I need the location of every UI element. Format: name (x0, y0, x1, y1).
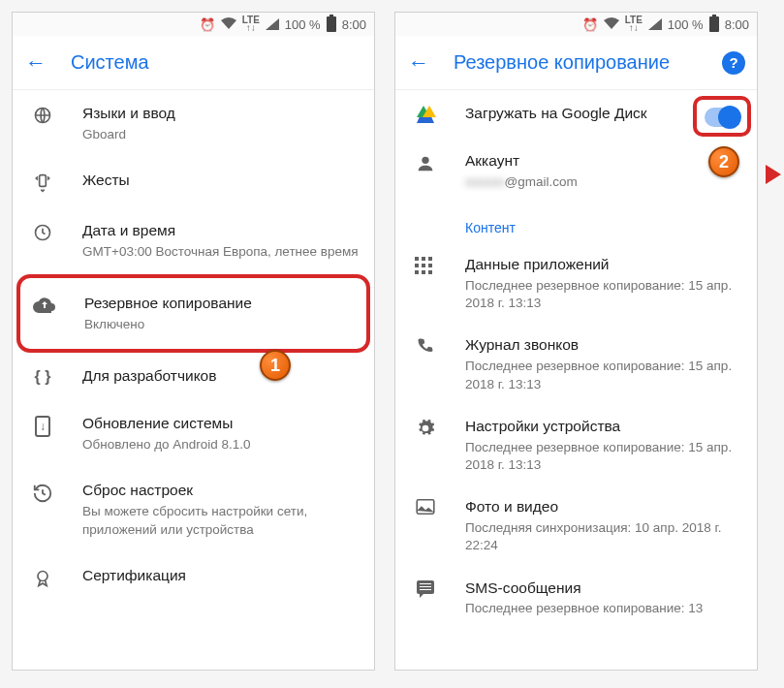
braces-icon: { } (30, 366, 55, 386)
back-button[interactable]: ← (407, 50, 430, 76)
item-sub: Последнее резервное копирование: 15 апр.… (465, 439, 741, 474)
item-label: SMS-сообщения (465, 579, 741, 599)
item-sub: Последнее резервное копирование: 13 (465, 600, 741, 617)
battery-icon (327, 16, 336, 32)
globe-icon (30, 104, 55, 125)
header: ← Система (13, 36, 374, 90)
page-title: Резервное копирование (454, 51, 699, 74)
item-sub: Вы можете сбросить настройки сети, прило… (82, 503, 359, 538)
signal-icon (648, 18, 662, 30)
google-drive-icon (413, 104, 438, 123)
highlight-backup: Резервное копирование Включено (16, 274, 370, 353)
alarm-icon: ⏰ (582, 17, 598, 32)
item-languages[interactable]: Языки и ввод Gboard (13, 90, 374, 157)
section-label: Контент (395, 204, 757, 243)
step-badge-2: 2 (708, 146, 739, 177)
item-sub: Включено (84, 316, 355, 333)
item-app-data[interactable]: Данные приложений Последнее резервное ко… (395, 243, 757, 324)
gesture-icon (30, 171, 55, 194)
item-label: Настройки устройства (465, 417, 741, 437)
help-button[interactable]: ? (722, 51, 745, 75)
item-label: Дата и время (82, 221, 359, 241)
battery-icon (709, 16, 719, 32)
item-photos[interactable]: Фото и видео Последняя синхронизация: 10… (395, 485, 757, 566)
upload-toggle[interactable] (705, 108, 739, 127)
highlight-toggle (693, 96, 751, 137)
account-icon (413, 151, 438, 174)
item-sub: xxxxxx@gmail.com (465, 173, 741, 191)
image-icon (413, 497, 438, 515)
item-label: Для разработчиков (82, 366, 359, 387)
award-icon (30, 566, 55, 589)
signal-icon (266, 18, 279, 30)
item-gestures[interactable]: Жесты (13, 157, 374, 207)
item-label: Сброс настроек (82, 481, 359, 501)
status-bar: ⏰ LTE↑↓ 100 % 8:00 (13, 13, 374, 36)
phone-right: ⏰ LTE↑↓ 100 % 8:00 ← Резервное копирован… (394, 12, 758, 671)
battery-text: 100 % (285, 17, 321, 32)
battery-text: 100 % (668, 17, 704, 32)
arrow-right-icon (766, 165, 781, 184)
svg-point-4 (422, 157, 428, 164)
sms-icon (413, 579, 438, 594)
item-label: Жесты (82, 171, 359, 191)
back-button[interactable]: ← (24, 50, 47, 76)
clock-text: 8:00 (342, 17, 366, 32)
clock-text: 8:00 (725, 17, 749, 32)
item-device-settings[interactable]: Настройки устройства Последнее резервное… (395, 405, 757, 485)
lte-icon: LTE↑↓ (242, 16, 260, 32)
lte-icon: LTE↑↓ (625, 16, 643, 32)
page-title: Система (71, 51, 362, 74)
cloud-upload-icon (32, 294, 57, 313)
item-sub: Gboard (82, 126, 359, 143)
item-label: Фото и видео (465, 497, 741, 517)
backup-list: Загружать на Google Диск Аккаунт xxxxxx@… (395, 90, 757, 670)
item-developer[interactable]: { } Для разработчиков (13, 353, 374, 400)
item-label: Обновление системы (82, 414, 359, 434)
wifi-icon (221, 17, 236, 32)
item-label: Сертификация (82, 566, 359, 586)
phone-left: ⏰ LTE↑↓ 100 % 8:00 ← Система Языки и вво… (12, 12, 375, 671)
item-sms[interactable]: SMS-сообщения Последнее резервное копиро… (395, 567, 757, 630)
header: ← Резервное копирование ? (395, 36, 757, 90)
item-sub: Последнее резервное копирование: 15 апр.… (465, 277, 741, 312)
apps-icon (413, 255, 438, 274)
settings-list: Языки и ввод Gboard Жесты Дата и время G… (13, 90, 374, 670)
item-label: Аккаунт (465, 151, 741, 172)
item-reset[interactable]: Сброс настроек Вы можете сбросить настро… (13, 467, 374, 551)
status-bar: ⏰ LTE↑↓ 100 % 8:00 (395, 13, 757, 36)
clock-icon (30, 221, 55, 242)
item-label: Резервное копирование (84, 294, 355, 314)
restore-icon (30, 481, 55, 504)
item-backup[interactable]: Резервное копирование Включено (20, 278, 366, 349)
step-badge-1: 1 (260, 350, 291, 381)
item-datetime[interactable]: Дата и время GMT+03:00 Восточная Европа,… (13, 207, 374, 274)
wifi-icon (604, 17, 619, 32)
item-certification[interactable]: Сертификация (13, 552, 374, 603)
item-sub: Последняя синхронизация: 10 апр. 2018 г.… (465, 519, 741, 554)
svg-rect-1 (40, 175, 47, 187)
item-sub: GMT+03:00 Восточная Европа, летнее время (82, 243, 359, 261)
phone-icon (413, 335, 438, 355)
item-account[interactable]: Аккаунт xxxxxx@gmail.com (395, 138, 757, 204)
item-system-update[interactable]: ↓ Обновление системы Обновлено до Androi… (13, 400, 374, 467)
item-label: Языки и ввод (82, 104, 359, 124)
system-update-icon: ↓ (30, 414, 55, 437)
item-label: Данные приложений (465, 255, 741, 275)
gear-icon (413, 417, 438, 438)
item-sub: Обновлено до Android 8.1.0 (82, 436, 359, 453)
item-sub: Последнее резервное копирование: 15 апр.… (465, 358, 741, 392)
svg-point-3 (38, 571, 47, 580)
item-call-log[interactable]: Журнал звонков Последнее резервное копир… (395, 324, 757, 404)
alarm-icon: ⏰ (200, 17, 215, 32)
item-label: Журнал звонков (465, 335, 741, 356)
